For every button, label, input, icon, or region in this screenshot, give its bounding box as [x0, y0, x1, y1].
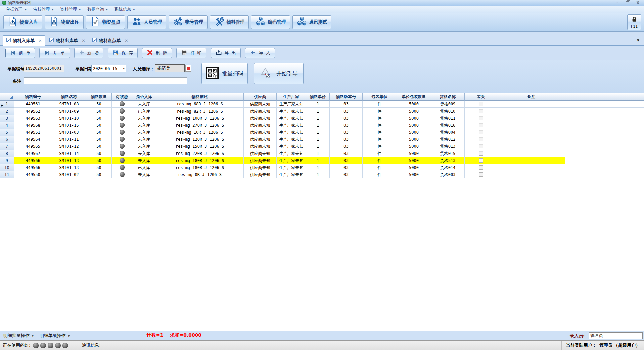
table-row[interactable]: 8449567SMT01-1450未入库res-mg 220R J 1206 S… — [0, 150, 644, 157]
select-all-corner-icon[interactable] — [9, 96, 13, 99]
column-header[interactable]: 物料数量 — [86, 93, 112, 101]
column-header[interactable]: 灯状态 — [112, 93, 132, 101]
row-number-cell: 2 — [0, 108, 14, 115]
table-row[interactable]: 9449566SMT01-1350未入库res-mg 180R J 1206 S… — [0, 157, 644, 164]
menu-item-documents[interactable]: 单据管理▼ — [3, 6, 30, 13]
table-row[interactable]: 4449568SMT01-1550未入库res-mg 270R J 1206 S… — [0, 122, 644, 129]
column-header[interactable]: 是否入库 — [132, 93, 156, 101]
cell-code: 449566 — [14, 157, 52, 164]
person-picker-button[interactable] — [185, 65, 191, 72]
odd-checkbox[interactable] — [479, 109, 483, 113]
entry-operator-field[interactable]: 管理员 — [589, 332, 643, 339]
minimize-button[interactable]: – — [616, 1, 618, 5]
column-header[interactable]: 物料单价 — [306, 93, 330, 101]
odd-checkbox[interactable] — [479, 165, 483, 170]
odd-checkbox[interactable] — [479, 137, 483, 141]
column-header[interactable]: 物料名称 — [52, 93, 86, 101]
odd-checkbox[interactable] — [479, 130, 483, 134]
account-management-button[interactable]: 帐号管理 — [169, 15, 208, 29]
column-header[interactable]: 物料版本号 — [330, 93, 363, 101]
filler-cell — [565, 108, 644, 115]
column-header[interactable]: 货格名称 — [431, 93, 465, 101]
close-button[interactable]: X — [637, 1, 639, 5]
person-field[interactable]: 杨清美 — [155, 64, 185, 72]
column-header[interactable]: 包装单位 — [363, 93, 397, 101]
save-button[interactable]: 保 存 — [108, 48, 138, 58]
column-header[interactable]: 零头 — [465, 93, 497, 101]
new-button[interactable]: 新 增 — [74, 48, 103, 58]
column-header[interactable]: 物料编号 — [14, 93, 52, 101]
column-header[interactable]: 物料描述 — [156, 93, 244, 101]
cell-version: 03 — [330, 129, 363, 136]
delete-button[interactable]: 删 除 — [142, 48, 172, 58]
table-row[interactable]: 11449550SMT01-0250未入库res-mg 0R J 1206 S供… — [0, 171, 644, 178]
detail-batch-menu[interactable]: 明细批量操作▼ — [3, 333, 34, 339]
cell-desc: res-mg 10R J 1206 S — [156, 129, 244, 136]
tab-close-icon[interactable]: × — [82, 38, 85, 43]
material-management-button[interactable]: 物料管理 — [210, 15, 249, 29]
odd-checkbox[interactable] — [479, 116, 483, 120]
detail-single-menu[interactable]: 明细单项操作▼ — [40, 333, 70, 339]
plus-icon — [79, 50, 85, 56]
export-button[interactable]: 导 出 — [211, 48, 241, 58]
cell-maker: 生产厂家未知 — [277, 143, 306, 150]
table-row[interactable]: 10449566SMT01-1350已入库res-mg 180R J 1206 … — [0, 164, 644, 171]
menu-item-query[interactable]: 数据查询▼ — [84, 6, 111, 13]
odd-checkbox[interactable] — [479, 158, 483, 163]
tab-overflow-icon[interactable]: ▼ — [637, 39, 639, 42]
cell-version: 03 — [330, 157, 363, 164]
start-guide-button[interactable]: 开始引导 — [254, 63, 304, 84]
tab-close-icon[interactable]: × — [38, 38, 42, 43]
next-doc-button[interactable]: 后 单 — [39, 48, 70, 58]
material-outbound-button[interactable]: 物资出库 — [45, 15, 84, 29]
tab-close-icon[interactable]: × — [125, 38, 128, 43]
table-row[interactable]: 5449551SMT01-0350未入库res-mg 10R J 1206 S供… — [0, 129, 644, 136]
menu-item-data[interactable]: 资料管理▼ — [57, 6, 84, 13]
column-header[interactable]: 备注 — [497, 93, 565, 101]
column-header[interactable]: 供应商 — [244, 93, 277, 101]
remark-field[interactable] — [24, 77, 187, 84]
cell-status: 未入库 — [132, 157, 156, 164]
comm-test-button[interactable]: 通讯测试 — [292, 15, 331, 29]
tab-stocktake-order[interactable]: 物料盘点单 × — [89, 35, 131, 46]
tab-outbound-order[interactable]: 物料出库单 × — [46, 35, 88, 46]
current-row-arrow-icon: ▶ — [1, 102, 3, 108]
lock-f11-button[interactable]: F11 — [627, 14, 641, 30]
previous-doc-button[interactable]: 前 单 — [5, 48, 35, 58]
print-button[interactable]: 打 印 — [176, 48, 206, 58]
record-toolbar: 前 单 后 单 新 增 保 存 删 除 打 印 导 出 导 入 — [0, 46, 644, 60]
table-row[interactable]: 6449564SMT01-1150未入库res-mg 120R J 1206 S… — [0, 136, 644, 143]
doc-no-field[interactable]: INS202006150001 — [24, 65, 64, 72]
table-row[interactable]: 7449565SMT01-1250未入库res-mg 150R J 1206 S… — [0, 143, 644, 150]
table-row[interactable]: 2449562SMT01-0950已入库res-mg 82R J 1206 S供… — [0, 108, 644, 115]
cell-desc: res-mg 68R J 1206 S — [156, 101, 244, 108]
batch-scan-button[interactable]: 批量扫码 — [201, 63, 248, 84]
row-number-cell: 8 — [0, 150, 14, 157]
cell-remark — [497, 157, 565, 164]
cell-code: 449566 — [14, 164, 52, 171]
table-row[interactable]: 3449563SMT01-1050未入库res-mg 100R J 1206 S… — [0, 115, 644, 122]
odd-checkbox[interactable] — [479, 123, 483, 127]
tab-inbound-order[interactable]: 物料入库单 × — [3, 35, 45, 46]
odd-checkbox[interactable] — [479, 151, 483, 156]
material-inbound-button[interactable]: 物资入库 — [3, 15, 42, 29]
column-header[interactable] — [565, 93, 644, 101]
material-stocktake-button[interactable]: 物资盘点 — [86, 15, 125, 29]
code-management-button[interactable]: 编码管理 — [251, 15, 290, 29]
import-button[interactable]: 导 入 — [245, 48, 275, 58]
cell-status: 未入库 — [132, 171, 156, 178]
filler-cell — [565, 101, 644, 108]
menu-item-audit[interactable]: 审核管理▼ — [30, 6, 57, 13]
doc-date-select[interactable]: 2020-06-15▼ — [91, 65, 126, 72]
lamp-icon — [120, 123, 125, 128]
table-row[interactable]: 1▶449561SMT01-0850未入库res-mg 68R J 1206 S… — [0, 101, 644, 108]
odd-checkbox[interactable] — [479, 172, 483, 177]
odd-checkbox[interactable] — [479, 144, 483, 148]
odd-checkbox[interactable] — [479, 102, 483, 106]
menu-item-system[interactable]: 系统信息▼ — [111, 6, 138, 13]
restore-button[interactable] — [626, 1, 629, 4]
column-header[interactable]: 生产厂家 — [277, 93, 306, 101]
column-header[interactable] — [0, 93, 14, 101]
column-header[interactable]: 单位包装数量 — [397, 93, 431, 101]
personnel-management-button[interactable]: 人员管理 — [127, 15, 166, 29]
